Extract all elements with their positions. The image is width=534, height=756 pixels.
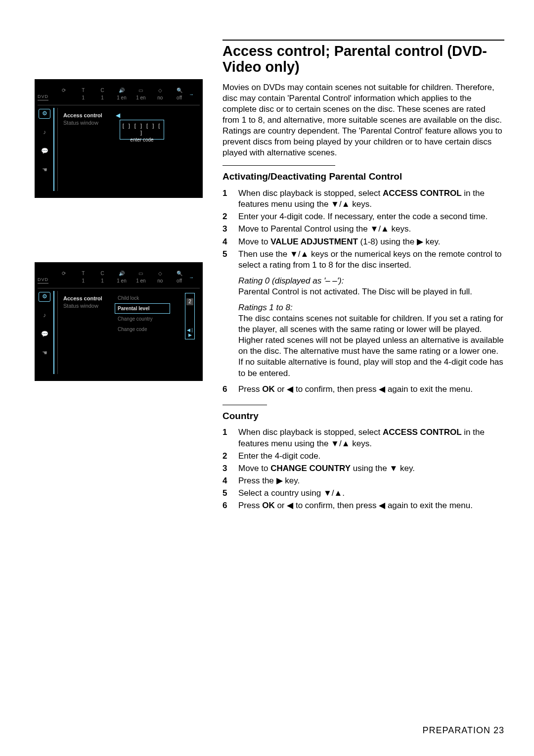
speech-icon: 💬 [39,146,50,156]
step-6: 6 Press OK or ◀ to confirm, then press ◀… [222,384,504,395]
chapter-icon: C [101,87,104,94]
audio-icon: 🔊 [119,270,125,277]
osd-sidebar: ⚙ ♪ 💬 ☚ [38,109,51,175]
osd-screenshot-enter-code: DVD ⟳ T1 C1 🔊1 en ▭1 en ◇no 🔍off → ⚙ ♪ 💬 [35,79,203,198]
steps-country: 1 When disc playback is stopped, select … [222,427,504,511]
speech-icon: 💬 [39,330,50,339]
cstep-6: 6 Press OK or ◀ to confirm, then press ◀… [222,500,504,511]
title-icon: T [82,270,85,277]
cstep-1: 1 When disc playback is stopped, select … [222,427,504,449]
title-icon: T [82,87,85,94]
osd-sidebar: ⚙ ♪ 💬 ☚ [38,292,51,358]
section-heading-parental: Activating/Deactivating Parental Control [222,171,504,183]
osd-rating-slider: 2 ◀ |▶ [185,293,195,339]
cstep-5: 5 Select a country using ▼/▲. [222,488,504,499]
music-icon: ♪ [39,311,50,321]
angle-icon: ⟳ [62,270,66,277]
page-title: Access control; Parental control (DVD-Vi… [222,44,504,75]
hand-icon: ☚ [39,348,50,358]
osd-topbar: ⟳ T1 C1 🔊1 en ▭1 en ◇no 🔍off → [54,268,197,286]
chapter-icon: C [101,270,104,277]
step-2: 2 Enter your 4-digit code. If necessary,… [222,211,504,222]
cstep-3: 3 Move to CHANGE COUNTRY using the ▼ key… [222,463,504,474]
intro-paragraph: Movies on DVDs may contain scenes not su… [222,82,504,159]
steps-parental-cont: 6 Press OK or ◀ to confirm, then press ◀… [222,384,504,395]
osd-item-child-lock: Child lock [115,293,170,303]
section-rule-country [222,405,267,405]
music-icon: ♪ [39,128,50,138]
section-rule [222,165,335,166]
osd-divider [38,105,200,105]
step-1: 1 When disc playback is stopped, select … [222,188,504,210]
fav-icon: ◇ [158,87,162,94]
step-4: 4 Move to VALUE ADJUSTMENT (1-8) using t… [222,236,504,247]
osd-dvd-label: DVD [38,94,48,100]
osd-topbar: ⟳ T1 C1 🔊1 en ▭1 en ◇no 🔍off → [54,85,197,103]
osd-highlight-bar [53,291,54,374]
rating-0-block: Rating 0 (displayed as '– –'): Parental … [238,276,504,297]
cstep-4: 4 Press the ▶ key. [222,475,504,486]
steps-parental: 1 When disc playback is stopped, select … [222,188,504,271]
osd-slider-arrows: ◀ |▶ [186,328,193,338]
subtitle-icon: ▭ [138,270,143,277]
osd-submenu: Child lock Parental level Change country… [115,293,170,334]
osd-slider-value: 2 [186,298,193,305]
subtitle-icon: ▭ [138,87,143,94]
fav-icon: ◇ [158,270,162,277]
osd-dvd-label: DVD [38,277,48,284]
arrow-left-icon: ◀ [116,112,120,120]
osd-enter-code-box: [ ] [ ] [ ] [ ] enter code [120,120,164,140]
arrow-right-icon: → [189,274,197,281]
osd-item-parental-level: Parental level [115,303,170,314]
page-footer: PREPARATION 23 [423,725,504,736]
hand-icon: ☚ [39,165,50,175]
osd-divider [38,288,200,288]
osd-menu-labels: Access control Status window [63,112,102,127]
step-5: 5 Then use the ▼/▲ keys or the numerical… [222,249,504,271]
audio-icon: 🔊 [119,87,125,94]
osd-item-change-country: Change country [115,314,170,324]
angle-icon: ⟳ [62,87,66,94]
cstep-2: 2 Enter the 4-digit code. [222,451,504,462]
osd-item-change-code: Change code [115,324,170,334]
rating-1-8-block: Ratings 1 to 8: The disc contains scenes… [238,302,504,379]
osd-screenshot-parental-level: DVD ⟳ T1 C1 🔊1 en ▭1 en ◇no 🔍off → ⚙ ♪ 💬 [35,262,203,381]
zoom-icon: 🔍 [177,270,182,277]
tools-icon: ⚙ [39,292,50,302]
osd-highlight-bar [53,108,54,191]
osd-menu-labels: Access control Status window [63,295,102,310]
section-heading-country: Country [222,410,504,423]
tools-icon: ⚙ [39,109,50,119]
step-3: 3 Move to Parental Control using the ▼/▲… [222,224,504,235]
top-rule [222,40,504,41]
zoom-icon: 🔍 [177,87,182,94]
arrow-right-icon: → [189,91,197,97]
